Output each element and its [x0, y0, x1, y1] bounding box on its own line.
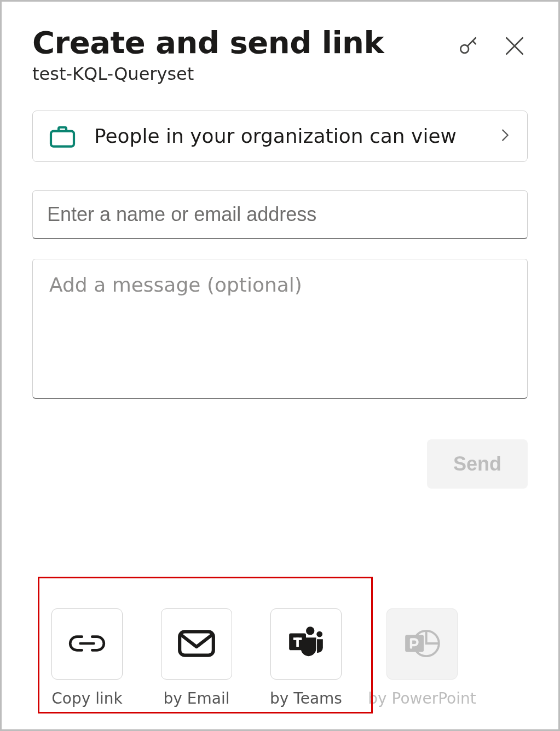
header-titles: Create and send link test-KQL-Queryset [32, 27, 455, 84]
copy-link-button[interactable] [51, 608, 123, 680]
send-button[interactable]: Send [427, 439, 528, 489]
svg-rect-5 [180, 631, 213, 655]
close-button[interactable] [501, 33, 528, 60]
briefcase-icon [47, 121, 78, 152]
mail-icon [176, 623, 217, 665]
share-powerpoint-label: by PowerPoint [368, 689, 476, 707]
share-options-row: Copy link by Email [32, 608, 528, 707]
share-teams-button[interactable] [270, 608, 342, 680]
svg-rect-12 [405, 635, 424, 652]
share-option-teams: by Teams [251, 608, 361, 707]
svg-point-6 [306, 626, 314, 635]
close-icon [503, 34, 527, 60]
dialog-subtitle: test-KQL-Queryset [32, 63, 455, 84]
key-icon [457, 34, 481, 60]
teams-icon [286, 623, 326, 665]
chevron-right-icon [498, 124, 513, 149]
powerpoint-icon [402, 623, 442, 665]
share-option-powerpoint: by PowerPoint [367, 608, 477, 707]
send-row: Send [32, 439, 528, 489]
share-email-label: by Email [164, 689, 230, 707]
link-permission-text: People in your organization can view [94, 121, 481, 151]
share-powerpoint-button[interactable] [386, 608, 458, 680]
link-permission-card[interactable]: People in your organization can view [32, 111, 528, 162]
share-option-copy-link: Copy link [32, 608, 142, 707]
link-settings-key-button[interactable] [455, 33, 482, 60]
dialog-header: Create and send link test-KQL-Queryset [32, 27, 528, 84]
copy-link-label: Copy link [51, 689, 122, 707]
share-email-button[interactable] [161, 608, 232, 680]
svg-rect-3 [51, 131, 74, 146]
recipients-input[interactable] [32, 190, 528, 239]
message-textarea[interactable] [32, 259, 528, 399]
share-option-email: by Email [142, 608, 251, 707]
svg-point-7 [316, 631, 322, 637]
header-actions [455, 27, 528, 60]
svg-rect-10 [296, 637, 299, 647]
share-teams-label: by Teams [270, 689, 342, 707]
dialog-title: Create and send link [32, 27, 455, 59]
link-icon [67, 623, 107, 665]
